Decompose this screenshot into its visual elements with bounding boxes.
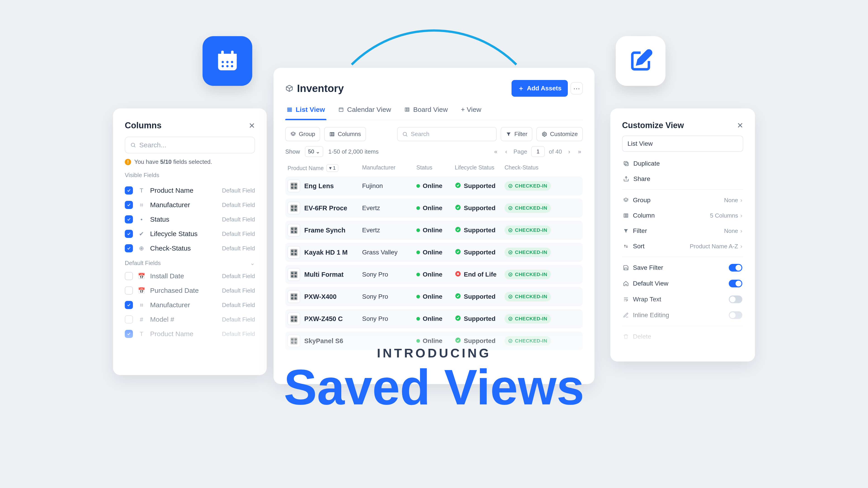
toggle-wrap-text[interactable]: Wrap Text: [622, 291, 743, 307]
layers-icon: [623, 197, 629, 203]
tab-add-view[interactable]: + View: [460, 103, 483, 120]
checkbox-on[interactable]: [125, 201, 133, 209]
calendar-small-icon: [338, 107, 344, 112]
visible-field-row[interactable]: • Status Default Field: [125, 212, 255, 227]
checked-in-badge: CHECKED-IN: [504, 225, 551, 235]
default-field-row[interactable]: 📅 Install Date Default Field: [125, 269, 255, 283]
checked-in-badge: CHECKED-IN: [504, 336, 551, 346]
view-name-input[interactable]: List View: [622, 135, 743, 152]
duplicate-action[interactable]: Duplicate: [622, 156, 743, 171]
columns-icon: [329, 131, 335, 137]
table-row[interactable]: 🎛️ Multi Format Sony Pro Online End of L…: [285, 265, 583, 284]
columns-search-input[interactable]: Search...: [125, 137, 255, 153]
filter-icon: [506, 131, 512, 137]
checkbox[interactable]: [125, 315, 133, 324]
inventory-search-input[interactable]: Search: [397, 127, 497, 141]
default-field-row[interactable]: 📅 Purchased Date Default Field: [125, 283, 255, 298]
close-icon[interactable]: ✕: [249, 122, 255, 129]
columns-button[interactable]: Columns: [324, 127, 366, 141]
svg-point-9: [231, 65, 233, 67]
tab-calendar-view[interactable]: Calendar View: [337, 103, 393, 120]
checkbox[interactable]: [125, 287, 133, 295]
svg-rect-15: [405, 108, 406, 111]
field-tag: Default Field: [222, 201, 255, 208]
close-icon[interactable]: ✕: [737, 122, 743, 129]
toggle-inline-editing[interactable]: Inline Editing: [622, 307, 743, 323]
table-row[interactable]: 🎛️ Frame Synch Evertz Online Supported C…: [285, 221, 583, 240]
default-field-row[interactable]: # Model # Default Field: [125, 312, 255, 327]
visible-field-row[interactable]: ⊕ Check-Status Default Field: [125, 241, 255, 256]
view-tabs: List View Calendar View Board View + Vie…: [285, 103, 583, 120]
svg-rect-14: [339, 108, 343, 111]
checkbox-on[interactable]: [125, 215, 133, 223]
status-dot-icon: [416, 339, 420, 343]
table-row[interactable]: 🎛️ PXW-X400 Sony Pro Online Supported CH…: [285, 287, 583, 306]
setting-filter[interactable]: Filter None ›: [622, 223, 743, 238]
table-row[interactable]: 🎛️ PXW-Z450 C Sony Pro Online Supported …: [285, 309, 583, 328]
customize-button[interactable]: Customize: [536, 127, 583, 141]
search-icon: [402, 131, 408, 137]
hero-title: Saved Views: [0, 361, 868, 414]
plus-icon: ＋: [518, 84, 524, 93]
checkbox[interactable]: [125, 272, 133, 280]
checkbox-on[interactable]: [125, 186, 133, 195]
page-number-input[interactable]: 1: [531, 146, 545, 157]
checkbox[interactable]: [125, 301, 133, 309]
manufacturer-cell: Evertz: [362, 227, 414, 234]
field-name: Purchased Date: [150, 287, 217, 294]
add-assets-button[interactable]: ＋ Add Assets: [512, 80, 568, 97]
visible-field-row[interactable]: ✔ Lifecycle Status Default Field: [125, 227, 255, 241]
product-name: Kayak HD 1 M: [304, 249, 348, 256]
page-first-button[interactable]: «: [493, 148, 499, 155]
per-page-select[interactable]: 50 ⌄: [305, 146, 323, 157]
layers-icon: [290, 131, 296, 137]
lifecycle-cell: Supported: [455, 204, 502, 212]
field-type-icon: ⌗: [138, 201, 145, 208]
product-name: Eng Lens: [304, 182, 334, 190]
lifecycle-ok-icon: [455, 337, 461, 345]
sort-indicator[interactable]: ▾ 1: [327, 164, 338, 172]
svg-rect-41: [624, 214, 625, 217]
check-status-cell: CHECKED-IN: [504, 314, 552, 324]
manufacturer-cell: Fujinon: [362, 182, 414, 190]
page-prev-button[interactable]: ‹: [503, 148, 509, 155]
setting-column[interactable]: Column 5 Columns ›: [622, 208, 743, 223]
tab-list-view[interactable]: List View: [285, 103, 327, 120]
chevron-right-icon: ›: [740, 243, 742, 250]
product-name: Multi Format: [304, 271, 344, 278]
lifecycle-cell: Supported: [455, 337, 502, 345]
toggle-default-view[interactable]: Default View: [622, 275, 743, 291]
setting-group[interactable]: Group None ›: [622, 193, 743, 208]
inventory-panel: Inventory ＋ Add Assets ⋯ List View Calen…: [274, 68, 594, 384]
page-next-button[interactable]: ›: [566, 148, 572, 155]
visible-field-row[interactable]: T Product Name Default Field: [125, 183, 255, 198]
table-row[interactable]: 🎛️ Kayak HD 1 M Grass Valley Online Supp…: [285, 243, 583, 262]
page-last-button[interactable]: »: [577, 148, 583, 155]
checkbox-on[interactable]: [125, 230, 133, 238]
delete-view-action[interactable]: Delete: [622, 329, 743, 344]
checkbox[interactable]: [125, 330, 133, 338]
tab-board-view[interactable]: Board View: [403, 103, 449, 120]
visible-field-row[interactable]: ⌗ Manufacturer Default Field: [125, 198, 255, 212]
field-type-icon: ✔: [138, 230, 145, 237]
table-row[interactable]: 🎛️ EV-6FR Proce Evertz Online Supported …: [285, 199, 583, 218]
checkbox-on[interactable]: [125, 244, 133, 252]
product-thumbnail: 🎛️: [287, 246, 300, 259]
default-fields-collapser[interactable]: Default Fields ⌄: [125, 256, 255, 269]
table-row[interactable]: 🎛️ Eng Lens Fujinon Online Supported CHE…: [285, 176, 583, 195]
svg-rect-42: [625, 214, 627, 217]
check-status-cell: CHECKED-IN: [504, 270, 552, 279]
default-field-row[interactable]: T Product Name Default Field: [125, 327, 255, 341]
table-header: Product Name ▾ 1 Manufacturer Status Lif…: [285, 159, 583, 176]
toggle-save-filter[interactable]: Save Filter: [622, 260, 743, 275]
search-icon: [130, 142, 136, 148]
group-button[interactable]: Group: [285, 127, 320, 141]
chevron-right-icon: ›: [740, 212, 742, 219]
product-name: PXW-X400: [304, 293, 337, 300]
default-field-row[interactable]: ⌗ Manufacturer Default Field: [125, 298, 255, 312]
field-type-icon: 📅: [138, 287, 145, 294]
share-action[interactable]: Share: [622, 171, 743, 187]
setting-sort[interactable]: Sort Product Name A-Z ›: [622, 238, 743, 254]
more-menu-button[interactable]: ⋯: [570, 82, 583, 94]
filter-button[interactable]: Filter: [501, 127, 532, 141]
